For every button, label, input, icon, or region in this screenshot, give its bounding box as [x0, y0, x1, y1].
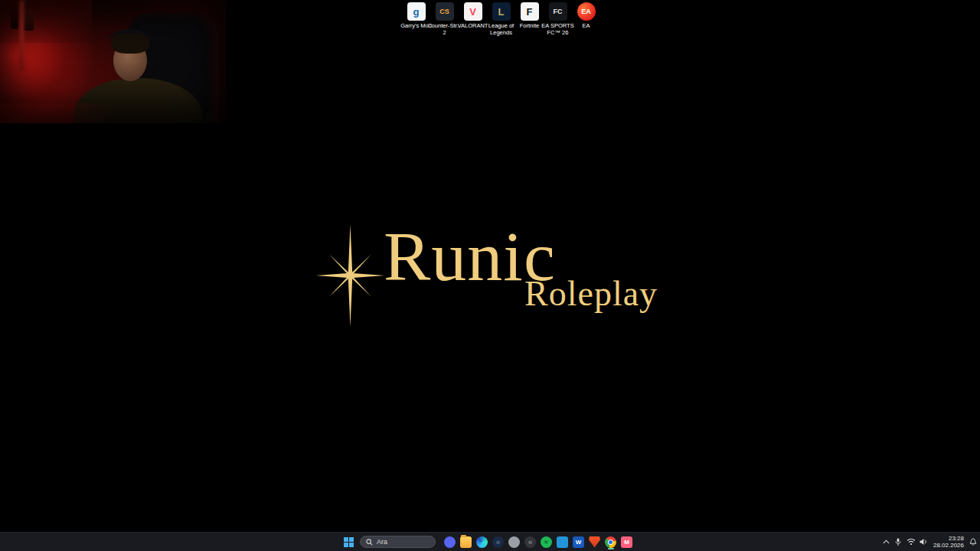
desktop-icon-counter-strike-2[interactable]: CSCounter-Str... 2 — [430, 2, 459, 21]
taskbar-icon-parsec[interactable] — [506, 533, 522, 550]
desktop-icon-ea-sports-fc-26[interactable]: FCEA SPORTS FC™ 26 — [544, 2, 572, 21]
taskbar: Ara ○○≈WM — [0, 532, 980, 551]
tray-clock[interactable]: 23:28 28.02.2026 — [933, 535, 964, 549]
mic-icon — [895, 538, 901, 546]
network-volume-button[interactable] — [906, 534, 928, 549]
search-icon — [366, 539, 373, 546]
chevron-up-icon — [883, 540, 890, 544]
fortnite-icon: F — [521, 2, 539, 21]
taskbar-icon-chrome[interactable] — [603, 533, 619, 550]
desktop-icons: gGarry's ModCSCounter-Str... 2VVALORANTL… — [402, 2, 600, 21]
desktop-icon-label: EA SPORTS FC™ 26 — [541, 23, 573, 36]
brave-icon — [589, 536, 600, 548]
clock-date: 28.02.2026 — [933, 542, 964, 549]
desktop-icon-valorant[interactable]: VVALORANT — [459, 2, 487, 21]
taskbar-icon-file-explorer[interactable] — [458, 533, 474, 550]
counter-strike-2-icon: CS — [436, 2, 454, 21]
desktop-icon-ea[interactable]: EAEA — [572, 2, 600, 21]
star-icon — [314, 224, 387, 327]
taskbar-icon-discord[interactable] — [442, 533, 458, 550]
hidden-icons-button[interactable] — [883, 534, 890, 549]
garrys-mod-icon: g — [407, 2, 426, 21]
taskbar-icon-obs[interactable]: ○ — [522, 533, 538, 550]
obs-icon: ○ — [524, 536, 536, 548]
taskbar-icon-steam[interactable]: ○ — [490, 533, 506, 550]
taskbar-app-icons: ○○≈WM — [442, 533, 635, 550]
desktop-icon-fortnite[interactable]: FFortnite — [515, 2, 544, 21]
taskbar-icon-word[interactable]: W — [570, 533, 586, 550]
facecam-vignette — [0, 0, 226, 123]
chrome-icon — [605, 536, 616, 548]
desktop-icon-label: VALORANT — [458, 23, 488, 30]
desktop-icon-label: EA — [582, 23, 590, 30]
mic-button[interactable] — [895, 534, 901, 549]
notification-bell-icon — [969, 538, 977, 546]
notification-button[interactable] — [969, 534, 977, 549]
taskbar-icon-brave[interactable] — [586, 533, 603, 550]
system-tray: 23:28 28.02.2026 — [883, 533, 977, 551]
logo-subtitle: Roleplay — [524, 276, 658, 311]
league-of-legends-icon: L — [492, 2, 511, 21]
taskbar-icon-medal[interactable]: M — [619, 533, 635, 550]
search-placeholder: Ara — [377, 538, 387, 546]
runic-roleplay-logo: Runic Roleplay — [310, 218, 670, 333]
volume-icon — [920, 538, 928, 546]
parsec-icon — [508, 536, 520, 548]
medal-icon: M — [621, 536, 632, 548]
desktop-icon-label: League of Legends — [488, 23, 514, 36]
valorant-icon: V — [464, 2, 482, 21]
taskbar-icon-edge[interactable] — [474, 533, 490, 550]
spotify-icon: ≈ — [541, 536, 552, 548]
clock-time: 23:28 — [933, 535, 964, 542]
taskbar-icon-vscode[interactable] — [554, 533, 570, 550]
ea-icon: EA — [577, 2, 596, 21]
discord-icon — [444, 536, 456, 548]
desktop-icon-league-of-legends[interactable]: LLeague of Legends — [487, 2, 515, 21]
desktop-icon-label: Counter-Str... 2 — [427, 23, 462, 36]
start-button[interactable] — [340, 533, 357, 550]
vscode-icon — [557, 536, 568, 548]
search-input[interactable]: Ara — [360, 536, 436, 548]
steam-icon: ○ — [492, 536, 504, 548]
word-icon: W — [573, 536, 584, 548]
edge-icon — [476, 536, 488, 548]
wifi-icon — [906, 538, 916, 546]
desktop-icon-garrys-mod[interactable]: gGarry's Mod — [402, 2, 430, 21]
windows-logo-icon — [344, 537, 354, 547]
file-explorer-icon — [460, 536, 472, 548]
ea-sports-fc-26-icon: FC — [549, 2, 567, 21]
taskbar-icon-spotify[interactable]: ≈ — [538, 533, 554, 550]
desktop-icon-label: Fortnite — [520, 23, 539, 30]
facecam-overlay — [0, 0, 226, 123]
